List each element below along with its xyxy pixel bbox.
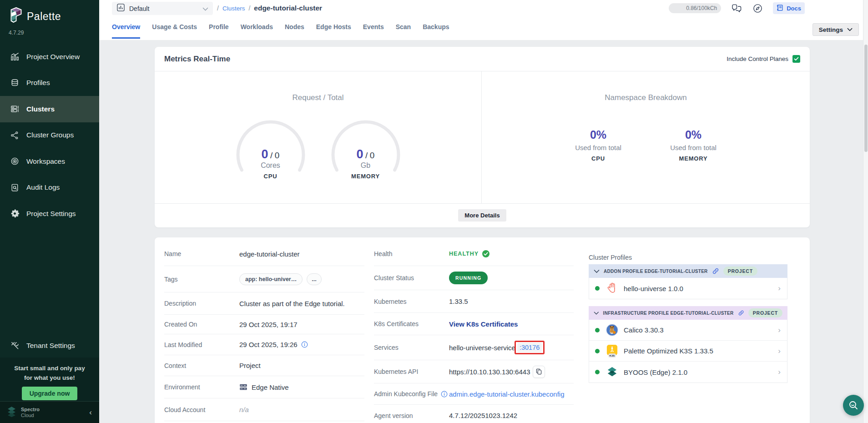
collapse-sidebar-icon[interactable]: ‹ (89, 408, 92, 416)
sidebar-item-tenant-settings[interactable]: Tenant Settings (0, 332, 99, 359)
settings-button[interactable]: Settings (812, 23, 859, 36)
tab-workloads[interactable]: Workloads (241, 16, 273, 39)
admin-kubeconfig-row: Admin Kubeconfig File admin.edge-tutoria… (374, 383, 574, 405)
request-total-title: Request / Total (155, 93, 481, 102)
sidebar-footer: SpectroCloud ‹ (0, 401, 99, 423)
sidebar-item-label: Workspaces (26, 157, 65, 166)
breadcrumb: / Clusters / edge-tutorial-cluster (217, 0, 322, 16)
sidebar-tenant: Tenant Settings (0, 332, 99, 359)
tab-events[interactable]: Events (363, 16, 384, 39)
spectro-cloud-logo-icon (6, 406, 17, 419)
sidebar-item-project-overview[interactable]: Project Overview (0, 44, 99, 70)
tab-overview[interactable]: Overview (112, 16, 140, 39)
more-details-button[interactable]: More Details (458, 209, 506, 222)
tools-icon (10, 341, 20, 351)
field-label: Cloud Account (164, 406, 239, 413)
chevron-right-icon: › (778, 368, 781, 377)
tab-edge-hosts[interactable]: Edge Hosts (316, 16, 351, 39)
sidebar-item-cluster-groups[interactable]: Cluster Groups (0, 122, 99, 149)
chevron-down-icon (202, 5, 208, 13)
addon-profile-header[interactable]: ADDON PROFILE EDGE-TUTORIAL-CLUSTER PROJ… (589, 264, 787, 278)
sidebar-item-clusters[interactable]: Clusters (0, 96, 99, 122)
tab-profile[interactable]: Profile (209, 16, 229, 39)
breadcrumb-separator: / (217, 5, 219, 12)
view-k8s-certificates-link[interactable]: View K8s Certificates (449, 320, 518, 328)
kubernetes-row: Kubernetes 1.33.5 (374, 290, 574, 313)
audit-icon (10, 182, 20, 192)
namespace-breakdown-panel: Namespace Breakdown 0% Used from total C… (482, 71, 810, 203)
cpu-gauge: 0 / 0 Cores CPU (234, 118, 307, 191)
upgrade-now-button[interactable]: Upgrade now (22, 387, 78, 400)
chat-bubbles-icon[interactable] (731, 3, 742, 14)
pack-name: Calico 3.30.3 (624, 326, 664, 334)
pack-row-calico[interactable]: Calico 3.30.3 › (589, 320, 787, 341)
pack-status-dot (595, 370, 600, 374)
palette-logo-icon (10, 7, 23, 26)
infrastructure-profile-group: INFRASTRUCTURE PROFILE EDGE-TUTORIAL-CLU… (589, 306, 787, 383)
spectro-cloud-wordmark: SpectroCloud (21, 407, 40, 418)
project-selector[interactable]: Default (112, 2, 213, 15)
sidebar-item-label: Project Overview (26, 53, 80, 61)
sidebar-item-project-settings[interactable]: Project Settings (0, 201, 99, 227)
cluster-status-row: Cluster Status RUNNING (374, 266, 574, 290)
cloud-account-value: n/a (239, 406, 249, 413)
check-icon (794, 57, 799, 61)
svg-text:K3S: K3S (609, 354, 615, 357)
breadcrumb-link-clusters[interactable]: Clusters (222, 5, 245, 12)
info-icon[interactable] (301, 341, 308, 348)
include-control-planes-checkbox[interactable] (792, 55, 800, 63)
sidebar-item-label: Project Settings (26, 210, 76, 218)
chevron-down-icon (847, 28, 853, 31)
byoos-icon (606, 366, 618, 378)
content-area: Metrics Real-Time Include Control Planes… (99, 40, 868, 423)
pack-row-byoos[interactable]: BYOOS (Edge) 2.1.0 › (589, 362, 787, 383)
kubernetes-api-row: Kubernetes API https://10.10.130.130:644… (374, 360, 574, 383)
tab-usage-costs[interactable]: Usage & Costs (152, 16, 197, 39)
pack-row-hello-universe[interactable]: hello-universe 1.0.0 › (589, 278, 787, 299)
page-scrollbar[interactable] (863, 0, 868, 423)
field-label: Admin Kubeconfig File (374, 390, 438, 398)
context-row: Context Project (164, 355, 364, 376)
chevron-right-icon: › (778, 284, 781, 293)
tab-nodes[interactable]: Nodes (285, 16, 304, 39)
clusters-icon (10, 104, 20, 114)
compass-icon[interactable] (752, 3, 763, 14)
help-search-fab[interactable] (843, 395, 864, 416)
topbar: Default / Clusters / edge-tutorial-clust… (99, 0, 868, 16)
tab-backups[interactable]: Backups (423, 16, 449, 39)
sidebar-item-audit-logs[interactable]: Audit Logs (0, 175, 99, 201)
brand-name: Palette (27, 10, 61, 23)
pack-status-dot (595, 349, 600, 353)
infrastructure-profile-header[interactable]: INFRASTRUCTURE PROFILE EDGE-TUTORIAL-CLU… (589, 306, 787, 320)
chevron-down-icon (594, 269, 600, 273)
docs-button[interactable]: Docs (773, 2, 805, 14)
tag-pill[interactable]: app: hello-univer… (239, 273, 303, 285)
cluster-profiles-panel: Cluster Profiles ADDON PROFILE EDGE-TUTO… (589, 242, 787, 423)
field-label: Cluster Status (374, 274, 449, 282)
breadcrumb-current: edge-tutorial-cluster (254, 4, 322, 12)
field-label: Services (374, 344, 449, 351)
sidebar-item-profiles[interactable]: Profiles (0, 70, 99, 96)
namespace-breakdown-title: Namespace Breakdown (482, 93, 810, 102)
scrollbar-thumb[interactable] (864, 45, 868, 152)
copy-icon[interactable] (533, 366, 545, 378)
link-icon (738, 309, 744, 317)
tags-row: Tags app: hello-univer… ... (164, 266, 364, 292)
field-label: K8s Certificates (374, 320, 449, 327)
environment-row: Environment Edge Native (164, 376, 364, 398)
sidebar-item-workspaces[interactable]: Workspaces (0, 148, 99, 175)
nodes-icon (10, 130, 20, 140)
field-label: Last Modified (164, 341, 239, 348)
book-icon (777, 4, 784, 13)
check-circle-icon (482, 250, 490, 258)
pack-row-k3s[interactable]: K3S Palette Optimized K3S 1.33.5 › (589, 341, 787, 362)
kubeconfig-download-link[interactable]: admin.edge-tutorial-cluster.kubeconfig (449, 390, 564, 398)
more-tags-pill[interactable]: ... (307, 273, 321, 285)
tab-scan[interactable]: Scan (396, 16, 411, 39)
chevron-right-icon: › (778, 326, 781, 335)
calico-icon (606, 324, 618, 336)
field-label: Description (164, 300, 239, 307)
service-port-link[interactable]: :30176 (517, 343, 542, 352)
info-icon[interactable] (441, 391, 448, 398)
running-status-button[interactable]: RUNNING (449, 272, 488, 284)
